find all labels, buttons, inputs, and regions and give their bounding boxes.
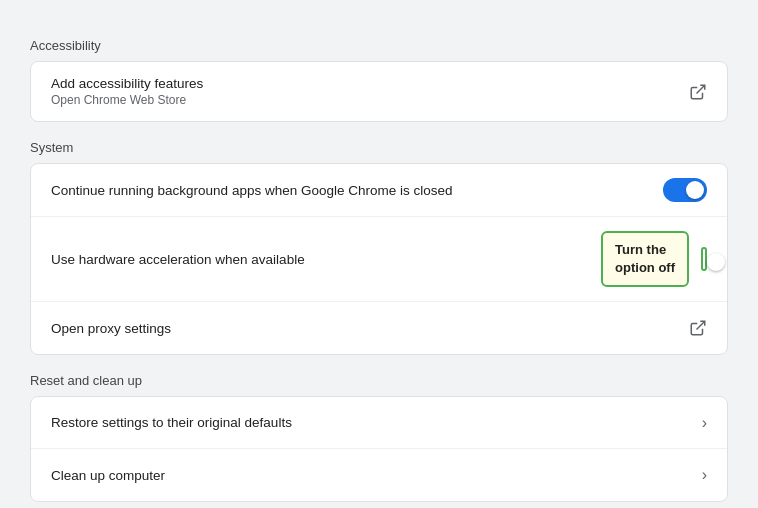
reset-section-title: Reset and clean up — [30, 373, 728, 388]
background-apps-toggle-slider — [663, 178, 707, 202]
svg-line-0 — [697, 85, 705, 93]
reset-card: Restore settings to their original defau… — [30, 396, 728, 502]
cleanup-computer-chevron-icon: › — [702, 466, 707, 484]
open-chrome-web-store-label: Open Chrome Web Store — [51, 93, 203, 107]
restore-defaults-row[interactable]: Restore settings to their original defau… — [31, 397, 727, 449]
proxy-settings-row[interactable]: Open proxy settings — [31, 302, 727, 354]
proxy-settings-label: Open proxy settings — [51, 321, 689, 336]
cleanup-computer-row[interactable]: Clean up computer › — [31, 449, 727, 501]
accessibility-row-add-features[interactable]: Add accessibility features Open Chrome W… — [31, 62, 727, 121]
svg-line-1 — [697, 322, 705, 330]
background-apps-label: Continue running background apps when Go… — [51, 183, 663, 198]
background-apps-row: Continue running background apps when Go… — [31, 164, 727, 217]
accessibility-section-title: Accessibility — [30, 38, 728, 53]
cleanup-computer-label: Clean up computer — [51, 468, 702, 483]
tooltip-bubble: Turn the option off — [601, 231, 689, 287]
system-section-title: System — [30, 140, 728, 155]
restore-defaults-label: Restore settings to their original defau… — [51, 415, 702, 430]
system-card: Continue running background apps when Go… — [30, 163, 728, 355]
annotation-group: Turn the option off — [601, 231, 707, 287]
hardware-acceleration-row: Use hardware acceleration when available… — [31, 217, 727, 302]
add-accessibility-label: Add accessibility features — [51, 76, 203, 91]
background-apps-toggle[interactable] — [663, 178, 707, 202]
hardware-acceleration-toggle-wrapper — [701, 247, 707, 271]
external-link-icon-accessibility — [689, 83, 707, 101]
hardware-acceleration-label: Use hardware acceleration when available — [51, 252, 601, 267]
accessibility-card: Add accessibility features Open Chrome W… — [30, 61, 728, 122]
restore-defaults-chevron-icon: › — [702, 414, 707, 432]
external-link-icon-proxy — [689, 319, 707, 337]
